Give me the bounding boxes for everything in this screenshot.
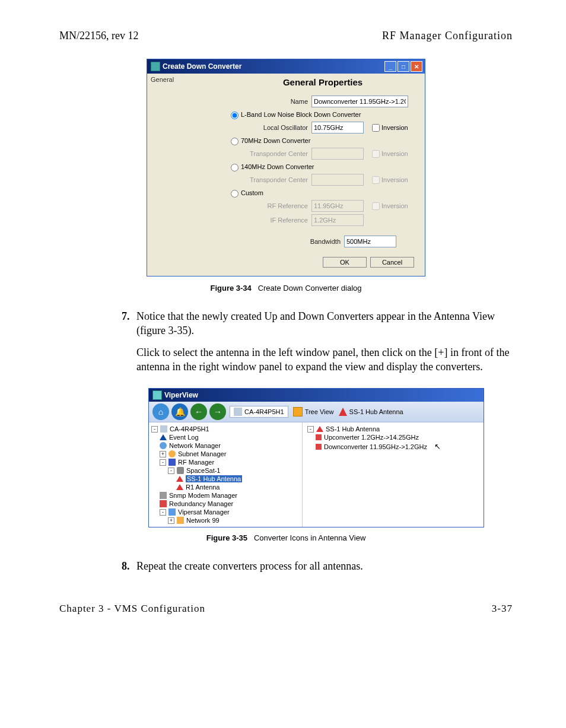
seventy-mhz-radio[interactable] xyxy=(231,138,239,145)
antenna-icon xyxy=(339,408,347,416)
expand-root[interactable]: - xyxy=(151,426,158,433)
expand-net99[interactable]: + xyxy=(168,517,174,524)
figure-text: Create Down Converter dialog xyxy=(258,284,362,293)
viperview-icon xyxy=(152,390,162,400)
doc-section-title: RF Manager Configuration xyxy=(382,30,513,42)
figure-3-34-caption: Figure 3-34 Create Down Converter dialog xyxy=(59,284,513,293)
figure-label: Figure 3-34 xyxy=(210,284,251,293)
inversion-label-custom: Inversion xyxy=(381,202,408,209)
address-box[interactable]: CA-4R4P5H1 xyxy=(230,406,288,418)
snmp-manager-icon xyxy=(160,492,167,499)
left-tree-pane: -CA-4R4P5H1 Event Log Network Manager +S… xyxy=(149,422,303,527)
viperview-titlebar: ViperView xyxy=(149,389,484,402)
dialog-titlebar: Create Down Converter _ □ ✕ xyxy=(147,59,425,74)
inversion-label: Inversion xyxy=(381,124,408,131)
dialog-title: Create Down Converter xyxy=(163,62,241,71)
if-reference-input xyxy=(311,214,364,226)
downconverter-icon xyxy=(316,444,322,450)
right-tree-antenna[interactable]: SS-1 Hub Antenna xyxy=(326,425,380,433)
name-input[interactable] xyxy=(311,96,408,107)
onefourty-mhz-radio[interactable] xyxy=(231,164,239,171)
redundancy-manager-icon xyxy=(160,500,167,507)
tree-icon xyxy=(293,407,303,417)
transponder-center-140-input xyxy=(311,174,364,186)
back-icon[interactable]: ← xyxy=(190,403,207,420)
antenna-icon xyxy=(176,476,183,482)
tree-vipersat-manager[interactable]: Vipersat Manager xyxy=(178,508,230,516)
nav-item-general[interactable]: General xyxy=(151,76,222,83)
name-label: Name xyxy=(228,98,311,105)
rf-reference-input xyxy=(311,200,364,212)
home-icon[interactable]: ⌂ xyxy=(152,403,169,420)
lband-radio[interactable] xyxy=(231,112,239,119)
subnet-manager-icon xyxy=(168,450,176,457)
viperview-title: ViperView xyxy=(164,391,198,399)
onefourty-mhz-label: 140MHz Down Converter xyxy=(241,163,314,170)
network-manager-icon xyxy=(160,442,167,449)
local-oscillator-input[interactable] xyxy=(311,122,364,133)
inversion-checkbox-70 xyxy=(372,150,380,158)
expand-vipersat[interactable]: - xyxy=(160,509,166,516)
maximize-button[interactable]: □ xyxy=(398,61,409,72)
antenna-icon xyxy=(176,484,183,490)
tree-spacesat[interactable]: SpaceSat-1 xyxy=(186,467,220,474)
antenna-icon xyxy=(316,426,323,432)
tree-network-99[interactable]: Network 99 xyxy=(186,517,220,524)
create-down-converter-dialog: Create Down Converter _ □ ✕ General Gene… xyxy=(147,59,425,276)
tree-snmp-manager[interactable]: Snmp Modem Manager xyxy=(169,492,237,499)
transponder-center-70-input xyxy=(311,148,364,160)
network-icon xyxy=(177,517,184,524)
antenna-name: SS-1 Hub Antenna xyxy=(349,408,403,415)
viperview-toolbar: ⌂ 🔔 ← → CA-4R4P5H1 Tree View SS-1 Hub An… xyxy=(149,402,484,422)
panel-title: General Properties xyxy=(228,77,418,87)
tree-rf-manager[interactable]: RF Manager xyxy=(178,459,214,466)
tree-redundancy-manager[interactable]: Redundancy Manager xyxy=(169,500,233,507)
inversion-checkbox-lband[interactable] xyxy=(372,124,380,132)
step-7-number: 7. xyxy=(122,309,136,323)
tree-r1-antenna[interactable]: R1 Antenna xyxy=(186,484,220,491)
custom-radio[interactable] xyxy=(231,190,239,198)
right-tree-pane: -SS-1 Hub Antenna Upconverter 1.2GHz->14… xyxy=(303,422,484,527)
close-button[interactable]: ✕ xyxy=(411,61,422,72)
transponder-center-70-label: Transponder Center xyxy=(228,150,311,157)
rf-manager-icon xyxy=(168,459,176,466)
step-7-text: Notice that the newly created Up and Dow… xyxy=(136,310,495,336)
inversion-checkbox-custom xyxy=(372,202,380,210)
viperview-window: ViperView ⌂ 🔔 ← → CA-4R4P5H1 Tree View S… xyxy=(148,388,484,527)
inversion-label-140: Inversion xyxy=(381,176,408,183)
cancel-button[interactable]: Cancel xyxy=(370,257,414,268)
tree-view-button[interactable]: Tree View xyxy=(293,407,334,417)
address-text: CA-4R4P5H1 xyxy=(244,408,284,415)
dialog-icon xyxy=(151,62,160,71)
figure-text-2: Converter Icons in Antenna View xyxy=(254,533,365,542)
rf-reference-label: RF Reference xyxy=(228,202,311,209)
cursor-icon: ↖ xyxy=(434,442,441,451)
minimize-button[interactable]: _ xyxy=(384,61,396,72)
inversion-checkbox-140 xyxy=(372,176,380,184)
local-oscillator-label: Local Oscillator xyxy=(228,124,311,131)
tree-network-manager[interactable]: Network Manager xyxy=(169,442,221,449)
right-tree-upconverter[interactable]: Upconverter 1.2GHz->14.25GHz xyxy=(324,434,419,441)
server-icon xyxy=(234,408,242,416)
bandwidth-input[interactable] xyxy=(344,236,396,247)
expand-rf[interactable]: - xyxy=(160,459,166,466)
figure-label-2: Figure 3-35 xyxy=(206,533,247,542)
expand-spacesat[interactable]: - xyxy=(168,468,174,474)
tree-event-log[interactable]: Event Log xyxy=(169,434,199,441)
forward-icon[interactable]: → xyxy=(209,403,226,420)
antenna-selector[interactable]: SS-1 Hub Antenna xyxy=(339,408,403,416)
tree-subnet-manager[interactable]: Subnet Manager xyxy=(178,450,226,457)
satellite-icon xyxy=(177,467,184,474)
vipersat-manager-icon xyxy=(168,508,176,516)
properties-panel: General Properties Name L-Band Low Noise… xyxy=(225,74,425,276)
lband-label: L-Band Low Noise Block Down Converter xyxy=(241,111,361,118)
seventy-mhz-label: 70MHz Down Converter xyxy=(241,137,310,144)
alarm-icon[interactable]: 🔔 xyxy=(171,403,188,420)
ok-button[interactable]: OK xyxy=(323,257,367,268)
tree-root[interactable]: CA-4R4P5H1 xyxy=(170,425,209,433)
right-tree-downconverter[interactable]: Downconverter 11.95GHz->1.2GHz xyxy=(324,443,427,450)
tree-ss1-antenna[interactable]: SS-1 Hub Antenna xyxy=(186,475,242,482)
step-8-text: Repeat the create converters process for… xyxy=(136,560,363,572)
expand-antenna[interactable]: - xyxy=(307,426,314,433)
expand-subnet[interactable]: + xyxy=(160,451,166,457)
